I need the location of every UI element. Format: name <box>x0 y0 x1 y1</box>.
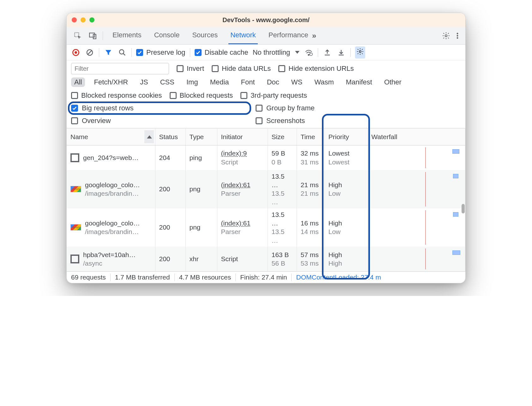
svg-point-6 <box>457 37 458 39</box>
type-filter-other[interactable]: Other <box>381 77 405 87</box>
device-toolbar-icon[interactable] <box>88 31 98 40</box>
filter-funnel-icon[interactable] <box>104 48 113 57</box>
settings-gear-icon[interactable] <box>441 31 451 40</box>
status-requests: 69 requests <box>71 274 111 281</box>
status-bar: 69 requests 1.7 MB transferred 4.7 MB re… <box>67 271 465 283</box>
vertical-scrollbar[interactable] <box>462 204 465 213</box>
svg-point-4 <box>457 33 458 34</box>
disable-cache-label: Disable cache <box>205 48 248 57</box>
minimize-window-button[interactable] <box>81 17 86 22</box>
status-resources: 4.7 MB resources <box>175 274 236 281</box>
disable-cache-checkbox[interactable]: Disable cache <box>195 48 248 57</box>
tab-elements[interactable]: Elements <box>111 27 143 44</box>
type-filter-fetchxhr[interactable]: Fetch/XHR <box>91 77 131 87</box>
table-row[interactable]: Googlegooglelogo_colo…/images/brandin…20… <box>67 208 465 247</box>
close-window-button[interactable] <box>72 17 77 22</box>
record-button[interactable] <box>71 48 81 57</box>
table-row[interactable]: hpba?vet=10ah…/async200xhrScript163 B56 … <box>67 247 465 271</box>
export-har-icon[interactable] <box>323 48 332 57</box>
svg-point-11 <box>308 54 309 55</box>
request-name: gen_204?s=web… <box>83 153 139 162</box>
blocked-cookies-checkbox[interactable]: Blocked response cookies <box>71 91 162 100</box>
svg-point-9 <box>119 50 124 54</box>
network-toolbar: Preserve log Disable cache No throttling <box>67 45 465 60</box>
more-tabs-chevron-icon[interactable]: » <box>312 31 315 40</box>
blocked-cookies-label: Blocked response cookies <box>81 91 162 100</box>
resource-type-filters: AllFetch/XHRJSCSSImgMediaFontDocWSWasmMa… <box>67 76 465 90</box>
blocked-requests-checkbox[interactable]: Blocked requests <box>170 91 233 100</box>
column-header-status[interactable]: Status <box>155 128 185 145</box>
third-party-label: 3rd-party requests <box>251 91 307 100</box>
request-path: /images/brandin… <box>85 189 140 198</box>
request-path: /async <box>83 259 136 268</box>
preserve-log-checkbox[interactable]: Preserve log <box>136 48 185 57</box>
type-filter-js[interactable]: JS <box>137 77 151 87</box>
tab-sources[interactable]: Sources <box>190 27 220 44</box>
type-filter-all[interactable]: All <box>71 77 85 87</box>
column-header-initiator[interactable]: Initiator <box>217 128 268 145</box>
throttling-label: No throttling <box>253 48 290 57</box>
type-filter-manifest[interactable]: Manifest <box>343 77 375 87</box>
kebab-menu-icon[interactable] <box>453 31 462 40</box>
column-header-size[interactable]: Size <box>268 128 297 145</box>
svg-line-10 <box>123 53 125 55</box>
type-filter-ws[interactable]: WS <box>288 77 305 87</box>
status-finish: Finish: 27.4 min <box>236 274 292 281</box>
tab-network[interactable]: Network <box>228 27 258 44</box>
svg-point-3 <box>445 34 447 37</box>
hide-extension-urls-checkbox[interactable]: Hide extension URLs <box>278 65 354 73</box>
type-filter-img[interactable]: Img <box>183 77 201 87</box>
image-thumbnail-icon: Google <box>70 186 81 192</box>
maximize-window-button[interactable] <box>89 17 94 22</box>
request-name: hpba?vet=10ah… <box>83 250 136 259</box>
network-request-table: Name Status Type Initiator Size Time Pri… <box>67 128 465 271</box>
inspect-element-icon[interactable] <box>73 31 82 40</box>
window-title: DevTools - www.google.com/ <box>67 16 465 24</box>
status-dcl: DOMContentLoaded: 27.4 m <box>292 274 381 281</box>
big-request-rows-label: Big request rows <box>82 104 134 112</box>
column-header-type[interactable]: Type <box>185 128 217 145</box>
svg-point-13 <box>359 51 361 52</box>
placeholder-resource-icon <box>70 255 79 263</box>
table-row[interactable]: gen_204?s=web…204ping(index):9Script59 B… <box>67 145 465 170</box>
column-header-time[interactable]: Time <box>297 128 324 145</box>
invert-label: Invert <box>187 65 204 73</box>
hide-extension-urls-label: Hide extension URLs <box>288 65 354 73</box>
devtools-tabbar: ElementsConsoleSourcesNetworkPerformance… <box>67 27 465 45</box>
third-party-checkbox[interactable]: 3rd-party requests <box>240 91 307 100</box>
table-row[interactable]: Googlegooglelogo_colo…/images/brandin…20… <box>67 170 465 208</box>
type-filter-media[interactable]: Media <box>207 77 232 87</box>
placeholder-resource-icon <box>70 153 79 162</box>
column-header-priority[interactable]: Priority <box>324 128 367 145</box>
image-thumbnail-icon: Google <box>70 224 81 231</box>
import-har-icon[interactable] <box>336 48 346 57</box>
network-conditions-icon[interactable] <box>304 48 313 57</box>
svg-point-12 <box>310 53 313 56</box>
request-path: /images/brandin… <box>85 227 140 236</box>
hide-data-urls-checkbox[interactable]: Hide data URLs <box>212 65 271 73</box>
preserve-log-label: Preserve log <box>146 48 185 57</box>
group-by-frame-label: Group by frame <box>266 104 315 112</box>
screenshots-checkbox[interactable]: Screenshots <box>256 117 432 125</box>
filter-row: Invert Hide data URLs Hide extension URL… <box>67 60 465 76</box>
group-by-frame-checkbox[interactable]: Group by frame <box>256 104 432 112</box>
search-icon[interactable] <box>118 48 127 57</box>
clear-button[interactable] <box>85 48 94 57</box>
type-filter-css[interactable]: CSS <box>157 77 178 87</box>
column-header-name[interactable]: Name <box>67 128 155 145</box>
tab-console[interactable]: Console <box>152 27 182 44</box>
type-filter-wasm[interactable]: Wasm <box>311 77 337 87</box>
overview-checkbox[interactable]: Overview <box>71 117 248 125</box>
invert-checkbox[interactable]: Invert <box>177 65 204 73</box>
screenshots-label: Screenshots <box>266 117 305 125</box>
column-header-waterfall[interactable]: Waterfall <box>367 128 465 145</box>
throttling-dropdown[interactable]: No throttling <box>253 48 300 57</box>
type-filter-font[interactable]: Font <box>238 77 258 87</box>
type-filter-doc[interactable]: Doc <box>264 77 282 87</box>
filter-input[interactable] <box>71 63 169 74</box>
overview-label: Overview <box>82 117 111 125</box>
network-settings-gear-icon[interactable] <box>355 46 365 58</box>
big-request-rows-checkbox[interactable]: Big request rows <box>71 104 248 112</box>
tab-performance[interactable]: Performance <box>267 27 310 44</box>
sort-asc-icon <box>147 135 152 138</box>
